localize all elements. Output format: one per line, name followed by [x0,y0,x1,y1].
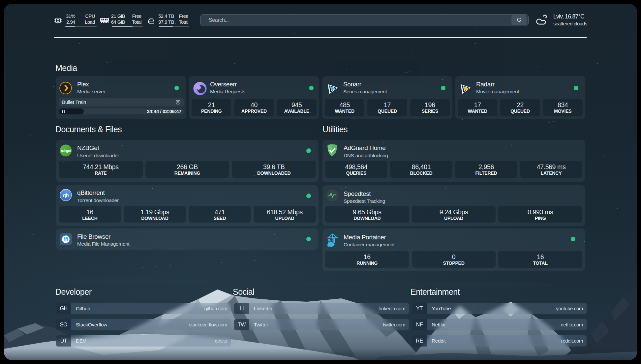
svg-text:qb: qb [63,192,69,198]
svg-text:nzbget: nzbget [61,149,71,153]
